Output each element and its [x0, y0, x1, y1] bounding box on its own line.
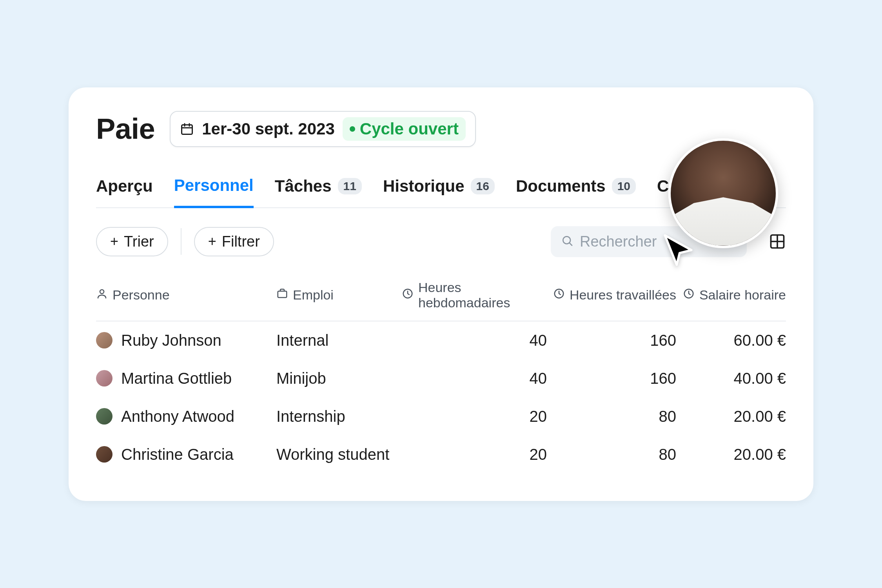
tab-label: Personnel: [174, 176, 254, 195]
svg-rect-10: [278, 291, 287, 298]
employment-cell: Working student: [276, 446, 402, 463]
svg-point-9: [100, 290, 104, 294]
hourly-wage-cell: 60.00 €: [676, 332, 786, 349]
col-weekly-hours[interactable]: Heures hebdomadaires: [402, 280, 547, 310]
clock-icon: [683, 287, 695, 303]
payroll-window: Paie 1er-30 sept. 2023 Cycle ouvert: [69, 87, 813, 501]
tab-badge: 11: [338, 178, 362, 194]
tab-label: Tâches: [275, 177, 332, 196]
worked-hours-cell: 80: [547, 446, 676, 463]
employment-cell: Internship: [276, 408, 402, 425]
plus-icon: +: [110, 233, 118, 250]
col-label: Salaire horaire: [699, 287, 786, 303]
employment-cell: Internal: [276, 332, 402, 349]
weekly-hours-cell: 20: [402, 446, 547, 463]
avatar: [96, 332, 113, 348]
tab-personnel[interactable]: Personnel: [174, 176, 254, 208]
table-row[interactable]: Martina Gottlieb Minijob 40 160 40.00 €: [96, 359, 786, 397]
person-name: Martina Gottlieb: [121, 370, 232, 387]
search-icon: [561, 234, 573, 249]
svg-line-5: [570, 243, 572, 245]
tab-truncated[interactable]: C: [657, 177, 669, 207]
avatar: [96, 446, 113, 463]
person-name: Ruby Johnson: [121, 332, 221, 349]
sort-label: Trier: [124, 233, 154, 250]
tab-badge: 10: [612, 178, 636, 194]
person-icon: [96, 287, 108, 303]
period-text: 1er-30 sept. 2023: [202, 120, 335, 138]
table-row[interactable]: Anthony Atwood Internship 20 80 20.00 €: [96, 397, 786, 436]
sort-button[interactable]: + Trier: [96, 227, 168, 256]
col-employment[interactable]: Emploi: [276, 287, 402, 303]
col-label: Heures hebdomadaires: [418, 280, 547, 310]
avatar: [96, 370, 113, 387]
period-selector[interactable]: 1er-30 sept. 2023 Cycle ouvert: [170, 111, 476, 147]
weekly-hours-cell: 40: [402, 332, 547, 349]
filter-button[interactable]: + Filtrer: [194, 227, 274, 256]
person-name: Christine Garcia: [121, 446, 234, 463]
employment-cell: Minijob: [276, 370, 402, 387]
clock-icon: [553, 287, 565, 303]
tab-overview[interactable]: Aperçu: [96, 177, 153, 207]
plus-icon: +: [208, 233, 216, 250]
col-hourly-wage[interactable]: Salaire horaire: [676, 287, 786, 303]
tab-label: Historique: [383, 177, 465, 196]
col-worked-hours[interactable]: Heures travaillées: [547, 287, 676, 303]
table-row[interactable]: Christine Garcia Working student 20 80 2…: [96, 436, 786, 474]
hourly-wage-cell: 40.00 €: [676, 370, 786, 387]
worked-hours-cell: 160: [547, 332, 676, 349]
weekly-hours-cell: 40: [402, 370, 547, 387]
separator: [181, 228, 181, 255]
hourly-wage-cell: 20.00 €: [676, 408, 786, 425]
header: Paie 1er-30 sept. 2023 Cycle ouvert: [96, 111, 786, 147]
col-label: Emploi: [293, 287, 334, 303]
cursor-icon: [661, 232, 696, 268]
weekly-hours-cell: 20: [402, 408, 547, 425]
tab-documents[interactable]: Documents 10: [516, 177, 636, 207]
table-row[interactable]: Ruby Johnson Internal 40 160 60.00 €: [96, 321, 786, 359]
hourly-wage-cell: 20.00 €: [676, 446, 786, 463]
worked-hours-cell: 80: [547, 408, 676, 425]
tab-label: Aperçu: [96, 177, 153, 196]
clock-icon: [402, 287, 414, 303]
worked-hours-cell: 160: [547, 370, 676, 387]
status-label: Cycle ouvert: [360, 120, 459, 138]
avatar: [96, 408, 113, 425]
tab-history[interactable]: Historique 16: [383, 177, 495, 207]
table-header: Personne Emploi He: [96, 280, 786, 321]
page-title: Paie: [96, 112, 155, 145]
tab-label: C: [657, 177, 669, 196]
col-label: Personne: [113, 287, 170, 303]
col-label: Heures travaillées: [570, 287, 676, 303]
calendar-icon: [180, 122, 194, 136]
tab-tasks[interactable]: Tâches 11: [275, 177, 362, 207]
people-table: Personne Emploi He: [96, 280, 786, 474]
svg-rect-0: [182, 125, 192, 134]
briefcase-icon: [276, 287, 288, 303]
tab-label: Documents: [516, 177, 606, 196]
person-name: Anthony Atwood: [121, 408, 234, 425]
status-dot-icon: [350, 126, 355, 132]
col-person[interactable]: Personne: [96, 287, 276, 303]
cycle-status-badge: Cycle ouvert: [343, 117, 466, 141]
user-avatar-large: [668, 138, 778, 248]
layout-toggle-button[interactable]: [769, 233, 786, 250]
filter-label: Filtrer: [222, 233, 260, 250]
tab-badge: 16: [471, 178, 495, 194]
